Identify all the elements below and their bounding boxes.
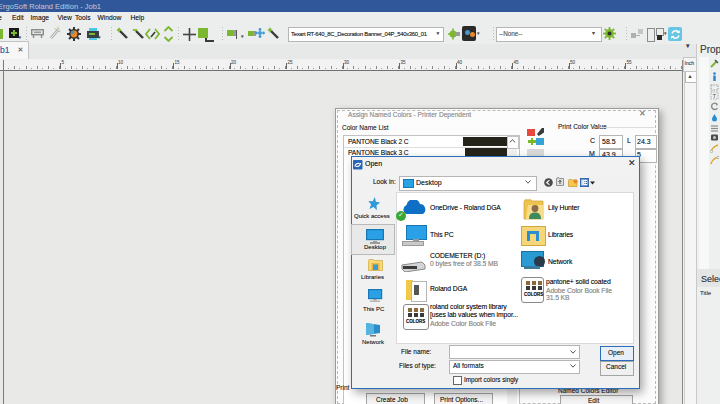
svg-text:T: T bbox=[713, 93, 717, 99]
